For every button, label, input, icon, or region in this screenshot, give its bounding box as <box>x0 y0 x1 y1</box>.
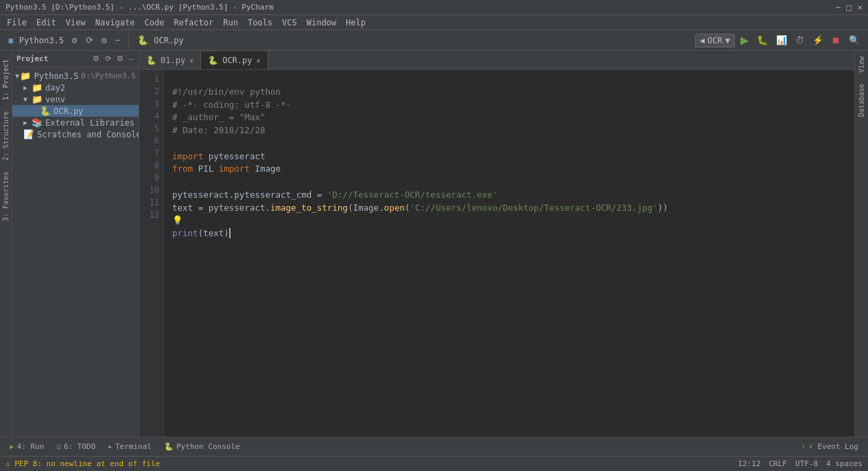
search-everywhere-button[interactable]: 🔍 <box>846 34 863 47</box>
bottom-tab-terminal[interactable]: ▸ Terminal <box>102 441 157 452</box>
menu-file[interactable]: File <box>3 16 31 29</box>
panel-tab-favorites[interactable]: 3: Favorites <box>1 166 11 227</box>
close-btn[interactable]: × <box>857 2 863 12</box>
minimize-btn[interactable]: − <box>836 2 841 12</box>
sep2 <box>192 34 690 47</box>
tab-ocrpy-icon: 🐍 <box>208 56 218 65</box>
encoding[interactable]: UTF-8 <box>795 459 818 468</box>
tree-label-extlibs: External Libraries <box>45 118 134 128</box>
window-title: Python3.5 [D:\Python3.5] - ...\OCR.py [P… <box>5 3 274 12</box>
indent[interactable]: 4 spaces <box>826 459 863 468</box>
extlibs-icon: 📚 <box>32 117 43 128</box>
terminal-tab-label: Terminal <box>115 442 152 451</box>
toolbar-settings[interactable]: ⚙ <box>69 34 80 47</box>
menu-code[interactable]: Code <box>141 16 169 29</box>
tree-item-root[interactable]: ▼ 📁 Python3.5 D:\Python3.5 <box>12 70 139 82</box>
stop-button[interactable]: ⏹ <box>829 34 843 47</box>
panel-tab-project[interactable]: 1: Project <box>1 54 11 106</box>
menu-vcs[interactable]: VCS <box>278 16 301 29</box>
project-panel-title: Project <box>16 54 89 63</box>
tab-01py-label: 01.py <box>161 56 185 65</box>
separator <box>128 34 129 47</box>
code-content[interactable]: #!/usr/bin/env python # -*- coding: utf-… <box>164 70 854 437</box>
tab-01py-close[interactable]: × <box>189 57 193 65</box>
todo-tab-label: 6: TODO <box>64 442 95 451</box>
bottom-tab-todo[interactable]: ☑ 6: TODO <box>51 441 101 452</box>
tree-label-root: Python3.5 <box>34 71 78 81</box>
tree-item-scratches[interactable]: 📝 Scratches and Consoles <box>12 128 139 140</box>
line-ending[interactable]: CRLF <box>769 459 787 468</box>
toolbar-gear[interactable]: ⚙ <box>99 34 110 47</box>
editor-tabs: 🐍 01.py × 🐍 OCR.py × <box>139 51 854 70</box>
menu-edit[interactable]: Edit <box>32 16 60 29</box>
event-log-icon: ⚡ <box>801 442 806 451</box>
tree-label-ocr: OCR.py <box>54 106 83 116</box>
project-panel: Project ⚙ ⟳ ⚙ − ▼ 📁 Python3.5 D:\Python3… <box>12 51 139 437</box>
project-tree: ▼ 📁 Python3.5 D:\Python3.5 ▶ 📁 day2 ▼ 📁 … <box>12 67 139 437</box>
file-icon: 🐍 <box>134 34 151 47</box>
panel-sync-btn[interactable]: ⟳ <box>104 54 113 64</box>
code-editor: 1 2 3 4 5 6 7 8 9 10 11 12 #!/usr/bin/en… <box>139 70 854 437</box>
menu-run[interactable]: Run <box>219 16 242 29</box>
concurrency-button[interactable]: ⚡ <box>810 34 826 47</box>
run-config-label: OCR <box>707 36 723 45</box>
run-config-dropdown[interactable]: ◀ OCR ▼ <box>695 34 735 47</box>
project-icon: ◼ <box>5 34 16 47</box>
editor-area: 🐍 01.py × 🐍 OCR.py × 1 2 3 4 5 6 7 8 9 <box>139 51 854 437</box>
bottom-tab-event-log[interactable]: ⚡ ⚡ Event Log <box>796 441 864 452</box>
bottom-tab-run[interactable]: ▶ 4: Run <box>4 441 49 452</box>
run-tab-label: 4: Run <box>17 442 45 451</box>
status-right: 12:12 CRLF UTF-8 4 spaces <box>738 459 863 468</box>
bottom-tab-python-console[interactable]: 🐍 Python Console <box>159 441 246 452</box>
title-bar: Python3.5 [D:\Python3.5] - ...\OCR.py [P… <box>0 0 868 15</box>
tree-label-scratches: Scratches and Consoles <box>37 130 139 139</box>
venv-folder-icon: 📁 <box>32 94 43 104</box>
menu-tools[interactable]: Tools <box>244 16 277 29</box>
tree-item-venv[interactable]: ▼ 📁 venv <box>12 93 139 105</box>
tree-item-day2[interactable]: ▶ 📁 day2 <box>12 82 139 93</box>
toolbar-sync[interactable]: ⟳ <box>83 34 96 47</box>
status-left: ⚠ PEP 8: no newline at end of file <box>5 459 160 468</box>
profile-button[interactable]: ⏱ <box>793 34 807 47</box>
menu-bar: File Edit View Navigate Code Refactor Ru… <box>0 15 868 30</box>
panel-settings-btn[interactable]: ⚙ <box>91 54 101 64</box>
event-log-label: ⚡ Event Log <box>808 442 858 451</box>
tree-label-day2: day2 <box>45 83 65 93</box>
status-warning: ⚠ PEP 8: no newline at end of file <box>5 459 160 468</box>
tab-ocrpy-close[interactable]: × <box>257 57 261 65</box>
sidebar-view-label[interactable]: View <box>858 51 865 78</box>
status-bar: ⚠ PEP 8: no newline at end of file 12:12… <box>0 456 868 471</box>
tab-01py[interactable]: 🐍 01.py × <box>139 51 201 69</box>
run-button[interactable]: ▶ <box>738 32 751 48</box>
todo-icon: ☑ <box>56 442 61 451</box>
right-sidebar: View Database <box>854 51 868 437</box>
terminal-icon: ▸ <box>108 442 113 451</box>
bottom-tabs: ▶ 4: Run ☑ 6: TODO ▸ Terminal 🐍 Python C… <box>0 437 868 456</box>
tree-item-extlibs[interactable]: ▶ 📚 External Libraries <box>12 117 139 128</box>
menu-navigate[interactable]: Navigate <box>91 16 139 29</box>
scratches-icon: 📝 <box>23 129 34 139</box>
toolbar-minimize[interactable]: − <box>113 34 124 47</box>
debug-button[interactable]: 🐛 <box>754 34 771 47</box>
tab-ocrpy[interactable]: 🐍 OCR.py × <box>201 51 268 69</box>
tab-ocrpy-label: OCR.py <box>222 56 252 65</box>
main-area: 1: Project 2: Structure 3: Favorites Pro… <box>0 51 868 437</box>
menu-refactor[interactable]: Refactor <box>169 16 218 29</box>
python-console-icon: 🐍 <box>164 442 174 451</box>
panel-gear-btn[interactable]: ⚙ <box>115 54 125 64</box>
tree-item-ocr[interactable]: 🐍 OCR.py <box>12 105 139 117</box>
cursor-position[interactable]: 12:12 <box>738 459 760 468</box>
line-numbers: 1 2 3 4 5 6 7 8 9 10 11 12 <box>139 70 164 437</box>
panel-close-btn[interactable]: − <box>128 54 134 64</box>
menu-help[interactable]: Help <box>342 16 370 29</box>
menu-view[interactable]: View <box>62 16 90 29</box>
ocr-file-icon: 🐍 <box>40 106 51 116</box>
panel-tab-structure[interactable]: 2: Structure <box>1 106 11 166</box>
sidebar-database-label[interactable]: Database <box>858 78 865 122</box>
menu-window[interactable]: Window <box>303 16 340 29</box>
project-panel-header: Project ⚙ ⟳ ⚙ − <box>12 51 139 67</box>
maximize-btn[interactable]: □ <box>846 2 852 12</box>
window-controls[interactable]: − □ × <box>836 2 863 12</box>
coverage-button[interactable]: 📊 <box>773 34 790 47</box>
python-console-label: Python Console <box>176 442 240 451</box>
